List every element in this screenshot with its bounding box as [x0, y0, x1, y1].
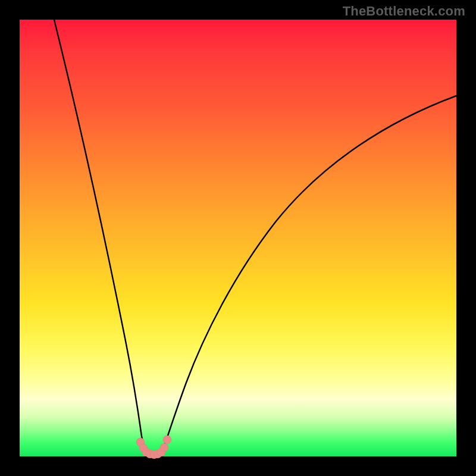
trough-marker [160, 443, 168, 452]
trough-markers-group [136, 436, 171, 459]
curve-layer [20, 20, 456, 456]
chart-frame: TheBottleneck.com [0, 0, 476, 476]
watermark-text: TheBottleneck.com [343, 4, 465, 19]
curve-left-arm [54, 20, 147, 454]
curve-right-arm [161, 96, 456, 454]
trough-marker [163, 436, 171, 444]
